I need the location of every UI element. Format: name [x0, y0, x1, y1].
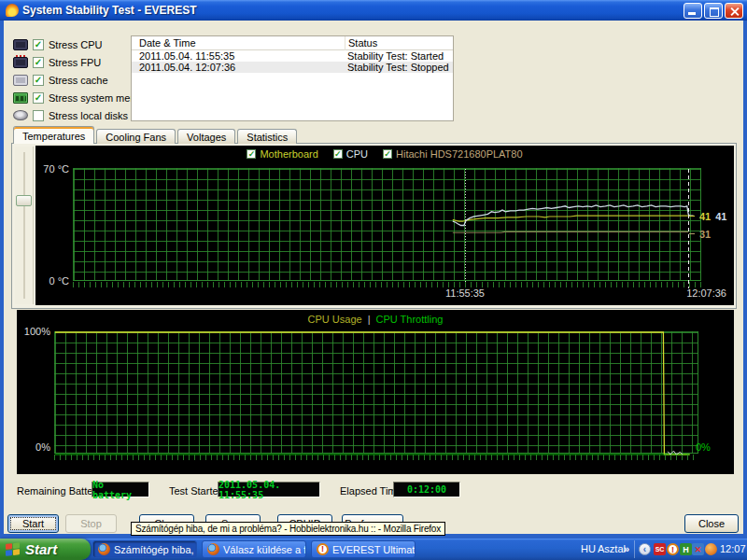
- temperature-series: [74, 169, 702, 282]
- log-row[interactable]: 2011.05.04. 12:07:36 Stability Test: Sto…: [132, 62, 453, 73]
- firefox-icon: [207, 543, 219, 555]
- restore-button[interactable]: [704, 3, 723, 19]
- close-button[interactable]: Close: [684, 514, 739, 533]
- hdd-current-value: 31: [689, 229, 711, 240]
- taskbar: Start Számítógép hiba, de ... Válasz kül…: [0, 539, 747, 560]
- test-started-value: 2011.05.04. 11:55:35: [218, 482, 320, 497]
- slider-thumb[interactable]: [16, 195, 32, 206]
- language-indicator[interactable]: HU: [581, 543, 596, 554]
- security-center-icon[interactable]: SC: [654, 543, 666, 555]
- fpu-icon: [13, 57, 28, 68]
- app-flame-icon: [6, 4, 19, 17]
- network-offline-icon[interactable]: ✕: [692, 543, 704, 555]
- toolbar-chevron[interactable]: »: [624, 543, 629, 554]
- legend-cpu-label: CPU: [346, 148, 368, 160]
- tab-temperatures[interactable]: Temperatures: [13, 126, 94, 144]
- tab-strip: Temperatures Cooling Fans Voltages Stati…: [13, 126, 299, 144]
- legend-motherboard-label: Motherboard: [260, 148, 317, 160]
- usage-axis-ticks: [54, 455, 698, 460]
- titlebar: System Stability Test - EVEREST: [0, 0, 747, 21]
- stress-disks-label: Stress local disks: [49, 110, 128, 121]
- stress-fpu-label: Stress FPU: [49, 57, 101, 68]
- time-axis-ticks: [73, 282, 701, 287]
- log-row-datetime: 2011.05.04. 12:07:36: [132, 62, 345, 73]
- throttling-current-value: 0%: [696, 441, 711, 453]
- legend-hdd[interactable]: ✓ Hitachi HDS721680PLAT80: [383, 148, 523, 160]
- temp-current-values: 41 41: [689, 211, 727, 222]
- stop-button[interactable]: Stop: [65, 514, 117, 533]
- firefox-icon: [98, 543, 110, 555]
- stress-cpu-label: Stress CPU: [49, 39, 102, 50]
- tab-voltages[interactable]: Voltages: [177, 129, 235, 144]
- log-row-status: Stability Test: Started: [345, 50, 453, 62]
- start-label: Start: [25, 541, 57, 557]
- motherboard-current-temp: 41: [699, 211, 711, 222]
- minimize-button[interactable]: [684, 3, 702, 19]
- tray-separator: [634, 540, 635, 558]
- everest-tray-icon[interactable]: !: [667, 543, 679, 555]
- stress-fpu-checkbox[interactable]: ✓: [33, 57, 44, 68]
- temperature-legend: ✓ Motherboard ✓ CPU ✓ Hitachi HDS721680P…: [35, 148, 734, 160]
- taskbar-item-everest[interactable]: ! EVEREST Ultimate Edi...: [311, 540, 416, 558]
- start-button[interactable]: Start: [7, 514, 59, 533]
- value-tick: [689, 216, 695, 217]
- legend-cpu-checkbox[interactable]: ✓: [333, 149, 343, 159]
- cpu-usage-title: CPU Usage: [308, 314, 362, 325]
- slider-track: [23, 152, 25, 299]
- hide-inactive-icons-icon[interactable]: ‹: [639, 543, 651, 555]
- battery-value: No battery: [92, 482, 149, 497]
- legend-hdd-label: Hitachi HDS721680PLAT80: [396, 148, 523, 160]
- log-header: Date & Time Status: [132, 36, 453, 50]
- stress-cpu-checkbox[interactable]: ✓: [33, 39, 44, 50]
- test-start-marker: [465, 169, 466, 282]
- cpu-throttling-title: CPU Throttling: [376, 314, 444, 325]
- time-start-label: 11:55:35: [428, 287, 502, 299]
- log-col-status[interactable]: Status: [345, 36, 453, 50]
- everest-icon: !: [317, 543, 329, 555]
- time-end-label: 12:07:36: [670, 287, 726, 299]
- task-label: Válasz küldése a fóru...: [223, 544, 306, 555]
- usage-chart-title: CPU Usage | CPU Throttling: [17, 314, 734, 325]
- window-frame-right: [743, 21, 747, 534]
- legend-motherboard[interactable]: ✓ Motherboard: [247, 148, 317, 160]
- elapsed-time-value: 0:12:00: [393, 482, 460, 497]
- log-row-datetime: 2011.05.04. 11:55:35: [132, 50, 345, 62]
- legend-cpu[interactable]: ✓ CPU: [333, 148, 368, 160]
- stress-disks-checkbox[interactable]: [33, 110, 44, 121]
- taskbar-item-firefox-2[interactable]: Válasz küldése a fóru...: [202, 540, 306, 558]
- log-row-status: Stability Test: Stopped: [345, 62, 453, 73]
- window-title: System Stability Test - EVEREST: [22, 4, 197, 17]
- legend-motherboard-checkbox[interactable]: ✓: [247, 149, 256, 159]
- clock[interactable]: 12:07: [720, 543, 746, 554]
- tab-statistics[interactable]: Statistics: [237, 129, 297, 144]
- chart-zoom-slider: [15, 147, 34, 304]
- titlebar-close-button[interactable]: [725, 3, 743, 19]
- usage-axis-max-label: 100%: [22, 326, 50, 337]
- cache-icon: [13, 75, 28, 86]
- cpu-usage-chart-panel: CPU Usage | CPU Throttling 100% 0% 0%: [17, 310, 734, 474]
- usage-axis-min-label: 0%: [22, 441, 50, 453]
- cpu-icon: [13, 39, 28, 50]
- desktop-toolbar-label[interactable]: Asztal: [598, 543, 626, 554]
- temp-axis-max-label: 70 °C: [35, 163, 69, 175]
- log-col-datetime[interactable]: Date & Time: [132, 37, 345, 49]
- legend-hdd-checkbox[interactable]: ✓: [383, 149, 392, 159]
- log-row[interactable]: 2011.05.04. 11:55:35 Stability Test: Sta…: [132, 50, 453, 62]
- antivirus-icon[interactable]: [705, 543, 717, 555]
- stress-cache-checkbox[interactable]: ✓: [33, 75, 44, 86]
- tab-cooling-fans[interactable]: Cooling Fans: [96, 129, 176, 144]
- disk-icon: [13, 110, 28, 120]
- usage-plot-grid: [54, 331, 698, 454]
- hdd-current-temp: 31: [699, 229, 711, 240]
- firefox-tooltip: Számítógép hiba, de mi a probléma? - Hob…: [131, 522, 445, 536]
- temperature-chart-panel: ✓ Motherboard ✓ CPU ✓ Hitachi HDS721680P…: [35, 146, 734, 305]
- screen: System Stability Test - EVEREST ✓ Stress…: [0, 0, 747, 560]
- start-menu-button[interactable]: Start: [0, 539, 91, 560]
- hdd-health-icon[interactable]: H: [680, 543, 692, 555]
- temperature-plot-grid: [73, 168, 701, 281]
- value-tick: [689, 233, 695, 234]
- task-label: Számítógép hiba, de ...: [114, 544, 197, 555]
- window-frame-left: [0, 21, 4, 534]
- taskbar-item-firefox-1[interactable]: Számítógép hiba, de ...: [92, 540, 197, 558]
- stress-memory-checkbox[interactable]: ✓: [33, 92, 44, 104]
